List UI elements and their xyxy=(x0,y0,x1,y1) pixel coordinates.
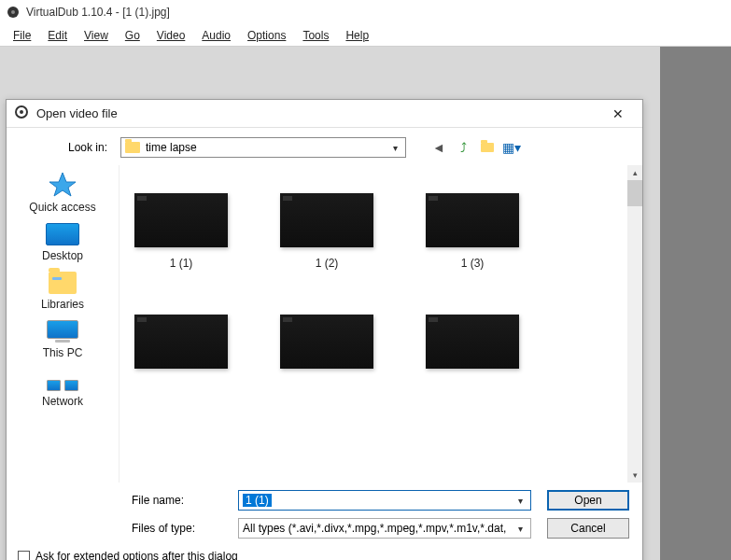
chevron-down-icon[interactable]: ▾ xyxy=(514,524,527,534)
dialog-title: Open video file xyxy=(36,106,594,120)
file-item[interactable]: 1 (2) xyxy=(280,193,373,270)
file-item[interactable]: 1 (3) xyxy=(426,193,519,270)
place-libraries[interactable]: Libraries xyxy=(7,272,119,311)
lookin-row: Look in: time lapse ▾ ◄ ⤴ ▦▾ xyxy=(7,128,642,165)
place-this-pc[interactable]: This PC xyxy=(7,320,119,359)
file-name: 1 (1) xyxy=(170,257,193,270)
menu-go[interactable]: Go xyxy=(118,27,148,44)
libraries-icon xyxy=(49,272,77,294)
quick-access-icon xyxy=(48,171,77,197)
lookin-combo[interactable]: time lapse ▾ xyxy=(120,137,406,158)
menu-edit[interactable]: Edit xyxy=(40,27,75,44)
menu-options[interactable]: Options xyxy=(240,27,293,44)
preview-panel xyxy=(660,47,731,560)
lookin-value: time lapse xyxy=(146,141,384,154)
file-thumbnail xyxy=(426,315,519,369)
file-item[interactable]: 1 (1) xyxy=(134,193,228,270)
svg-point-3 xyxy=(20,110,23,114)
file-item[interactable] xyxy=(426,315,519,378)
places-bar: Quick access Desktop Libraries This PC xyxy=(7,165,119,483)
scroll-up-icon[interactable]: ▴ xyxy=(627,165,642,180)
open-file-dialog: Open video file ✕ Look in: time lapse ▾ … xyxy=(6,99,643,560)
menu-tools[interactable]: Tools xyxy=(295,27,336,44)
desktop-icon xyxy=(46,223,79,245)
file-thumbnail xyxy=(280,315,373,369)
file-thumbnail xyxy=(426,193,519,247)
filename-input[interactable]: 1 (1) ▾ xyxy=(238,490,531,511)
view-menu-icon[interactable]: ▦▾ xyxy=(503,139,520,156)
chevron-down-icon[interactable]: ▾ xyxy=(514,496,527,506)
filetype-label: Files of type: xyxy=(132,522,229,535)
close-button[interactable]: ✕ xyxy=(601,103,635,125)
svg-point-1 xyxy=(11,10,15,14)
new-folder-icon[interactable] xyxy=(479,139,496,156)
menu-video[interactable]: Video xyxy=(149,27,192,44)
filetype-select[interactable]: All types (*.avi,*.divx,*.mpg,*.mpeg,*.m… xyxy=(238,518,531,539)
filename-label: File name: xyxy=(132,494,229,507)
file-thumbnail xyxy=(280,193,373,247)
dialog-body: Quick access Desktop Libraries This PC xyxy=(7,165,642,483)
app-icon xyxy=(6,5,21,20)
file-name: 1 (3) xyxy=(461,257,485,270)
scrollbar[interactable]: ▴ ▾ xyxy=(627,165,642,483)
back-icon[interactable]: ◄ xyxy=(430,139,447,156)
up-folder-icon[interactable]: ⤴ xyxy=(455,139,471,156)
open-button[interactable]: Open xyxy=(547,490,629,511)
checkbox-unchecked-icon[interactable] xyxy=(18,551,30,561)
place-network[interactable]: Network xyxy=(7,369,119,408)
extended-options-checkbox-row[interactable]: Ask for extended options after this dial… xyxy=(7,546,642,560)
gear-icon xyxy=(14,105,29,122)
svg-marker-4 xyxy=(49,173,76,196)
file-item[interactable] xyxy=(134,315,228,378)
menu-view[interactable]: View xyxy=(77,27,116,44)
app-title: VirtualDub 1.10.4 - [1 (1).jpg] xyxy=(26,6,170,19)
menu-file[interactable]: File xyxy=(6,27,38,44)
scroll-thumb[interactable] xyxy=(627,180,642,206)
file-item[interactable] xyxy=(280,315,373,378)
scroll-down-icon[interactable]: ▾ xyxy=(627,468,642,483)
nav-icons: ◄ ⤴ ▦▾ xyxy=(430,139,520,156)
folder-icon xyxy=(125,142,140,153)
file-name: 1 (2) xyxy=(316,257,339,270)
chevron-down-icon[interactable]: ▾ xyxy=(389,143,401,153)
menubar: File Edit View Go Video Audio Options To… xyxy=(0,24,731,47)
menu-audio[interactable]: Audio xyxy=(194,27,238,44)
place-desktop[interactable]: Desktop xyxy=(7,223,119,262)
workspace: Open video file ✕ Look in: time lapse ▾ … xyxy=(0,47,731,560)
network-icon xyxy=(47,369,78,391)
extended-options-label: Ask for extended options after this dial… xyxy=(35,550,238,560)
this-pc-icon xyxy=(47,320,78,343)
menu-help[interactable]: Help xyxy=(338,27,376,44)
file-list[interactable]: 1 (1) 1 (2) 1 (3) xyxy=(119,165,642,483)
file-thumbnail xyxy=(134,193,228,247)
lower-panel: File name: 1 (1) ▾ Open Files of type: A… xyxy=(7,483,642,539)
dialog-titlebar: Open video file ✕ xyxy=(7,100,642,128)
place-quick-access[interactable]: Quick access xyxy=(7,171,119,214)
app-titlebar: VirtualDub 1.10.4 - [1 (1).jpg] xyxy=(0,0,731,24)
cancel-button[interactable]: Cancel xyxy=(547,518,629,539)
lookin-label: Look in: xyxy=(20,141,113,154)
file-thumbnail xyxy=(134,315,228,369)
